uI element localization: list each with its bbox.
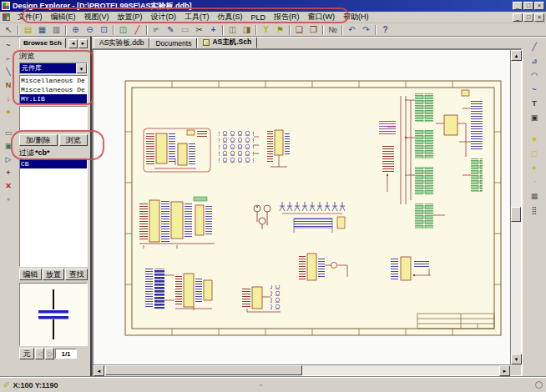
print-icon[interactable]: ▥ bbox=[49, 24, 63, 36]
library-list-empty-area[interactable] bbox=[19, 106, 88, 131]
ellipse-icon[interactable]: ● bbox=[527, 162, 543, 175]
child-close-button[interactable]: × bbox=[534, 13, 544, 22]
list-item[interactable]: Miscellaneous De bbox=[20, 76, 87, 85]
menu-view[interactable]: 视图(V) bbox=[80, 11, 114, 23]
pliers-icon[interactable]: ✃ bbox=[149, 24, 164, 36]
schematic-drawing bbox=[94, 50, 510, 364]
junction-icon[interactable]: + bbox=[2, 167, 16, 179]
menu-place[interactable]: 放置(P) bbox=[114, 11, 147, 23]
browse-button[interactable]: 浏览 bbox=[59, 134, 88, 146]
filter-icon[interactable]: Y bbox=[259, 24, 273, 36]
sheet-entry-icon[interactable]: ▣ bbox=[2, 140, 16, 153]
power-port-icon[interactable]: ↓ bbox=[2, 93, 16, 105]
array-paste-icon[interactable]: ⣿ bbox=[527, 204, 543, 218]
zoom-out-icon[interactable]: ⊖ bbox=[83, 24, 97, 36]
part-icon[interactable]: ● bbox=[2, 106, 16, 118]
part-button[interactable]: 元 bbox=[19, 348, 34, 359]
arc-icon[interactable]: ◠ bbox=[527, 69, 543, 83]
close-button[interactable]: × bbox=[534, 2, 544, 10]
page-next-button[interactable]: ▷ bbox=[45, 348, 54, 359]
minimize-button[interactable]: _ bbox=[513, 2, 523, 10]
no-erc-icon[interactable]: ✕ bbox=[2, 180, 16, 193]
scroll-up-icon[interactable]: ▲ bbox=[511, 50, 522, 61]
panel-tab-scroll-left[interactable]: ◄ bbox=[68, 39, 78, 48]
zoom-all-icon[interactable]: ⊡ bbox=[97, 24, 111, 36]
menu-edit[interactable]: 编辑(E) bbox=[47, 11, 80, 23]
text-frame-icon[interactable]: ▣ bbox=[527, 112, 543, 125]
pcb-directive-icon[interactable]: ▫ bbox=[2, 193, 16, 206]
cut-icon[interactable]: ✂ bbox=[192, 24, 206, 36]
menu-help[interactable]: 帮助(H) bbox=[339, 11, 373, 23]
browse-library-icon[interactable]: ◫ bbox=[225, 24, 240, 36]
bus-icon[interactable]: ╲ bbox=[2, 66, 16, 78]
tab-schematic-active[interactable]: AS主机.Sch bbox=[197, 37, 257, 48]
round-rectangle-icon[interactable]: ▢ bbox=[527, 148, 543, 161]
net-label-icon[interactable]: N bbox=[2, 79, 16, 92]
zoom-in-icon[interactable]: ⊕ bbox=[68, 24, 83, 36]
tab-ddb[interactable]: AS实验板.ddb bbox=[94, 38, 149, 48]
place-button[interactable]: 放置 bbox=[43, 269, 65, 280]
menu-pld[interactable]: PLD bbox=[247, 13, 270, 23]
restore-button[interactable]: □ bbox=[523, 2, 533, 10]
rectangle-icon[interactable]: ■ bbox=[527, 133, 543, 147]
edit-library-icon[interactable]: ◨ bbox=[240, 24, 254, 36]
graph-icon[interactable]: ▦ bbox=[527, 190, 543, 204]
port-icon[interactable]: ▷ bbox=[2, 153, 16, 166]
help-icon[interactable]: ? bbox=[378, 24, 392, 36]
add-remove-button[interactable]: 加/删除 bbox=[19, 134, 58, 146]
vertical-scrollbar[interactable]: ▲ ▼ bbox=[510, 50, 521, 364]
page-prev-button[interactable]: ◁ bbox=[35, 348, 44, 359]
schematic-canvas[interactable]: ▲ ▼ ◄ ► bbox=[92, 48, 523, 377]
components-icon[interactable]: ◫ bbox=[116, 24, 130, 36]
bus-entry-icon[interactable]: ⌐ bbox=[2, 53, 16, 65]
sheet-symbol-icon[interactable]: ▭ bbox=[2, 127, 16, 139]
tab-documents[interactable]: Documents bbox=[149, 38, 197, 48]
list-item-selected[interactable]: MY.LIB bbox=[20, 94, 87, 103]
list-item[interactable]: Miscellaneous De bbox=[20, 85, 87, 94]
scroll-left-icon[interactable]: ◄ bbox=[94, 365, 104, 376]
vertical-scroll-thumb[interactable] bbox=[511, 207, 521, 222]
flag-icon[interactable]: ⚑ bbox=[273, 24, 287, 36]
panel-tab-scroll-right[interactable]: ► bbox=[78, 39, 88, 48]
menu-window[interactable]: 窗口(W) bbox=[304, 11, 340, 23]
library-list[interactable]: Miscellaneous De Miscellaneous De MY.LIB bbox=[19, 75, 88, 104]
component-list[interactable]: CB bbox=[19, 158, 88, 267]
save-icon[interactable]: ▦ bbox=[35, 24, 49, 36]
library-1-icon[interactable]: ❏ bbox=[292, 24, 306, 36]
schematic-sheet-view[interactable] bbox=[94, 50, 510, 364]
edit-button[interactable]: 编辑 bbox=[19, 269, 42, 280]
menu-tools[interactable]: 工具(T) bbox=[180, 11, 214, 23]
polygon-icon[interactable]: ⊿ bbox=[527, 55, 543, 68]
filter-value[interactable]: *cb* bbox=[35, 148, 50, 157]
draw-wire-icon[interactable]: ╱ bbox=[130, 24, 144, 36]
menu-simulate[interactable]: 仿真(S) bbox=[214, 11, 247, 23]
wire-icon[interactable]: ~ bbox=[2, 39, 16, 52]
select-rect-icon[interactable]: ▭ bbox=[178, 24, 192, 36]
tab-browse-sch[interactable]: Browse Sch bbox=[19, 38, 66, 48]
text-icon[interactable]: T bbox=[527, 98, 543, 111]
library-category-dropdown[interactable]: 元件库 ▼ bbox=[19, 63, 88, 74]
child-minimize-button[interactable]: _ bbox=[513, 13, 523, 22]
chevron-down-icon[interactable]: ▼ bbox=[76, 63, 87, 73]
scroll-down-icon[interactable]: ▼ bbox=[511, 354, 522, 364]
horizontal-scroll-thumb[interactable] bbox=[105, 365, 302, 375]
horizontal-scrollbar[interactable]: ◄ ► bbox=[94, 364, 510, 375]
move-icon[interactable]: + bbox=[206, 24, 220, 36]
line-icon[interactable]: ╱ bbox=[527, 41, 543, 54]
menu-file[interactable]: 文件(F) bbox=[13, 11, 47, 23]
bezier-icon[interactable]: ~ bbox=[527, 83, 543, 97]
pie-icon[interactable]: ◔ bbox=[527, 176, 543, 189]
open-icon[interactable]: ▤ bbox=[21, 24, 35, 36]
list-item-selected[interactable]: CB bbox=[20, 159, 87, 168]
library-2-icon[interactable]: ❐ bbox=[306, 24, 321, 36]
scroll-right-icon[interactable]: ► bbox=[499, 365, 510, 376]
menu-reports[interactable]: 报告(R) bbox=[270, 11, 304, 23]
find-button[interactable]: 查找 bbox=[65, 269, 88, 280]
child-restore-button[interactable]: □ bbox=[523, 13, 533, 22]
redo-icon[interactable]: ↷ bbox=[359, 24, 373, 36]
undo-icon[interactable]: ↶ bbox=[345, 24, 359, 36]
annotate-icon[interactable]: № bbox=[326, 24, 340, 36]
pointer-icon[interactable]: ↖ bbox=[2, 24, 16, 36]
pencil-icon[interactable]: ✎ bbox=[164, 24, 178, 36]
menu-design[interactable]: 设计(D) bbox=[147, 11, 181, 23]
